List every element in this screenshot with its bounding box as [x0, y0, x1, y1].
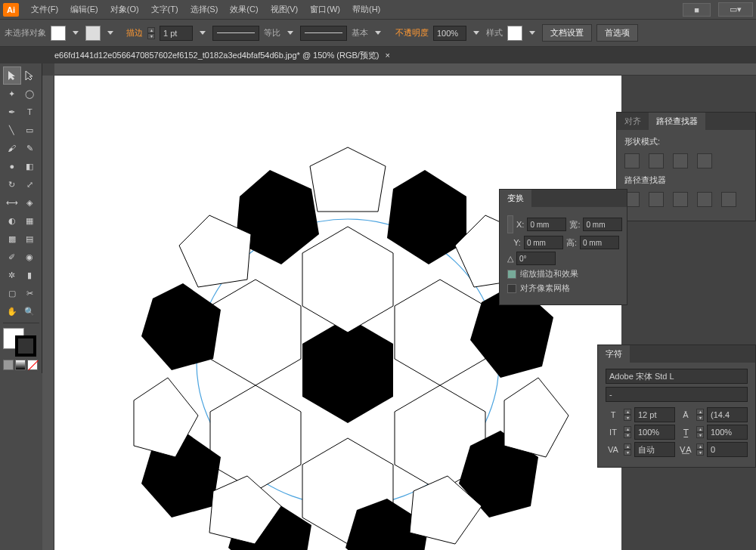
menu-select[interactable]: 选择(S) — [184, 1, 225, 18]
stroke-weight-stepper[interactable]: ▴▾ — [147, 27, 155, 39]
reference-point-selector[interactable] — [507, 215, 513, 233]
align-tab[interactable]: 对齐 — [617, 113, 649, 130]
stroke-swatch[interactable] — [85, 26, 101, 41]
fill-dropdown-icon[interactable] — [73, 31, 79, 35]
scale-tool[interactable]: ⤢ — [21, 175, 39, 193]
gradient-mode-button[interactable] — [15, 360, 26, 370]
lasso-tool[interactable]: ◯ — [21, 85, 39, 103]
font-size-input[interactable] — [634, 407, 675, 422]
free-transform-tool[interactable]: ◈ — [21, 193, 39, 212]
blob-brush-tool[interactable]: ● — [3, 157, 21, 175]
menu-effect[interactable]: 效果(C) — [224, 1, 264, 18]
type-tool[interactable]: T — [21, 103, 39, 121]
leading-input[interactable] — [707, 407, 748, 422]
essentials-button[interactable]: ■ — [683, 3, 711, 17]
width-input[interactable] — [583, 218, 622, 231]
line-tool[interactable]: ╲ — [3, 121, 21, 139]
x-input[interactable] — [527, 218, 566, 231]
trim-icon[interactable] — [649, 192, 664, 207]
hscale-input[interactable] — [707, 425, 748, 440]
column-graph-tool[interactable]: ▮ — [21, 266, 39, 284]
menu-help[interactable]: 帮助(H) — [346, 1, 386, 18]
chevron-down-icon[interactable] — [529, 31, 535, 35]
svg-marker-15 — [141, 283, 221, 370]
minus-front-icon[interactable] — [649, 153, 664, 168]
workspace-button[interactable]: ▭▾ — [718, 2, 753, 17]
leading-stepper[interactable]: ▴▾ — [696, 409, 704, 421]
gradient-tool[interactable]: ▤ — [21, 230, 39, 248]
fill-swatch[interactable] — [51, 26, 66, 41]
stroke-dropdown-icon[interactable] — [107, 31, 113, 35]
style-label: 样式 — [486, 27, 503, 39]
chevron-down-icon[interactable] — [473, 31, 479, 35]
menu-type[interactable]: 文字(T) — [145, 1, 184, 18]
y-input[interactable] — [524, 236, 563, 249]
pathfinder-section-label: 路径查找器 — [624, 175, 748, 186]
artboard-tool[interactable]: ▢ — [3, 284, 21, 302]
chevron-down-icon[interactable] — [200, 31, 206, 35]
pen-tool[interactable]: ✒ — [3, 103, 21, 121]
unite-icon[interactable] — [624, 153, 640, 168]
merge-icon[interactable] — [673, 192, 688, 207]
color-mode-button[interactable] — [3, 360, 14, 370]
intersect-icon[interactable] — [673, 153, 688, 168]
menu-edit[interactable]: 编辑(E) — [64, 1, 104, 18]
document-tab[interactable]: e66fd1441d12e0566470857602ef6152_t0182a3… — [0, 47, 756, 63]
none-mode-button[interactable] — [27, 360, 38, 370]
stroke-dash-preview[interactable] — [212, 26, 259, 41]
rotate-tool[interactable]: ↻ — [3, 175, 21, 193]
tracking-input[interactable] — [707, 442, 748, 457]
artboard[interactable] — [54, 76, 621, 550]
zoom-tool[interactable]: 🔍 — [21, 302, 39, 320]
opacity-label[interactable]: 不透明度 — [395, 27, 429, 39]
stroke-color[interactable] — [15, 335, 36, 357]
stroke-weight-input[interactable] — [160, 26, 193, 41]
slice-tool[interactable]: ✂ — [21, 284, 39, 302]
scale-strokes-checkbox[interactable]: 缩放描边和效果 — [507, 268, 619, 280]
transform-tab[interactable]: 变换 — [500, 190, 531, 207]
style-swatch[interactable] — [507, 26, 522, 41]
font-family-select[interactable] — [606, 369, 748, 384]
close-icon[interactable]: × — [386, 51, 390, 60]
paintbrush-tool[interactable]: 🖌 — [3, 139, 21, 157]
align-pixel-grid-checkbox[interactable]: 对齐像素网格 — [507, 283, 619, 294]
crop-icon[interactable] — [697, 192, 712, 207]
chevron-down-icon[interactable] — [287, 31, 293, 35]
menu-object[interactable]: 对象(O) — [104, 1, 145, 18]
eraser-tool[interactable]: ◧ — [21, 157, 39, 175]
menu-file[interactable]: 文件(F) — [25, 1, 64, 18]
selection-tool[interactable] — [3, 66, 21, 85]
preferences-button[interactable]: 首选项 — [596, 24, 638, 42]
font-style-select[interactable] — [606, 387, 748, 402]
menu-window[interactable]: 窗口(W) — [304, 1, 346, 18]
angle-input[interactable] — [516, 252, 556, 265]
chevron-down-icon[interactable] — [375, 31, 381, 35]
perspective-grid-tool[interactable]: ▦ — [21, 212, 39, 230]
vscale-input[interactable] — [634, 425, 675, 440]
doc-setup-button[interactable]: 文档设置 — [542, 24, 592, 42]
fill-stroke-colors[interactable] — [3, 328, 38, 357]
magic-wand-tool[interactable]: ✦ — [3, 85, 21, 103]
menu-view[interactable]: 视图(V) — [265, 1, 305, 18]
pencil-tool[interactable]: ✎ — [21, 139, 39, 157]
symbol-sprayer-tool[interactable]: ✲ — [3, 266, 21, 284]
document-tab-title: e66fd1441d12e0566470857602ef6152_t0182a3… — [54, 50, 380, 61]
mesh-tool[interactable]: ▩ — [3, 230, 21, 248]
outline-icon[interactable] — [721, 192, 736, 207]
stroke-profile-preview[interactable] — [300, 26, 347, 41]
width-tool[interactable]: ⟷ — [3, 193, 21, 212]
direct-selection-tool[interactable] — [21, 66, 39, 85]
hand-tool[interactable]: ✋ — [3, 302, 21, 320]
font-size-stepper[interactable]: ▴▾ — [624, 409, 631, 421]
rectangle-tool[interactable]: ▭ — [21, 121, 39, 139]
exclude-icon[interactable] — [697, 153, 712, 168]
height-input[interactable] — [580, 236, 619, 249]
kerning-input[interactable] — [634, 442, 675, 457]
pathfinder-tab[interactable]: 路径查找器 — [649, 113, 705, 130]
blend-tool[interactable]: ◉ — [21, 248, 39, 266]
eyedropper-tool[interactable]: ✐ — [3, 248, 21, 266]
stroke-label[interactable]: 描边 — [126, 27, 143, 39]
opacity-input[interactable] — [433, 26, 466, 41]
shape-builder-tool[interactable]: ◐ — [3, 212, 21, 230]
character-tab[interactable]: 字符 — [598, 345, 630, 363]
